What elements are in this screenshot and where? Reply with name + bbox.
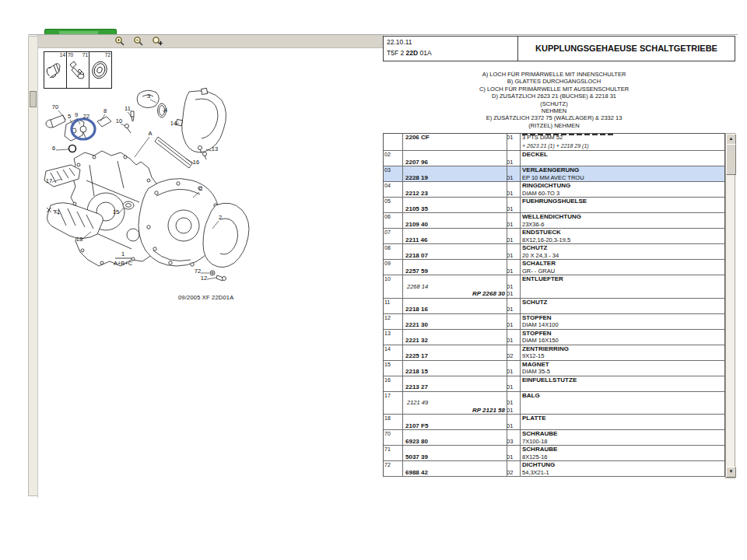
diagram-label-2[interactable]: 2 — [219, 214, 222, 221]
table-row[interactable]: 06WELLENDICHTUNG2109 400123X36-6 — [384, 213, 724, 229]
part-index: 08 — [384, 244, 402, 252]
part-qty: 01 — [507, 252, 520, 260]
zoom-pan-icon[interactable] — [152, 36, 163, 47]
diagram-label-4[interactable]: 4 — [164, 107, 167, 114]
thumbnail-14[interactable]: 14 — [44, 51, 67, 89]
parts-table: 2206 CF013 PTS DIAM 52+ 2623 21 (1) + 22… — [383, 133, 725, 477]
part-dims: GR- - GRAU — [520, 268, 724, 275]
diagram-label-18[interactable]: 18 — [76, 236, 82, 243]
part-name: SCHUTZ — [520, 244, 724, 252]
note-line: E) ZUSÄTZLICH 2372 75 (WÄLZLAGER) & 2332… — [383, 114, 725, 121]
diagram-label-15[interactable]: 15 — [113, 208, 119, 215]
diagram-label-6[interactable]: 6 — [52, 145, 55, 152]
part-dims: 20 X 24,3 - 34 — [520, 252, 724, 260]
part-ref: 2206 CF — [402, 134, 507, 142]
table-row[interactable]: 17BALG2121 4901RP 2121 5801 — [384, 392, 724, 415]
table-row[interactable]: 72DICHTUNG6988 420254,3X21-1 — [384, 461, 724, 477]
part-name: DICHTUNG — [520, 461, 724, 469]
table-row[interactable]: 09SCHALTER2257 5901GR- - GRAU — [384, 260, 724, 275]
part-ref: 2207 96 — [402, 159, 507, 166]
diagram-label-22[interactable]: 22 — [83, 113, 89, 120]
part-name: STOPFEN — [520, 330, 724, 338]
part-name: PLATTE — [520, 415, 724, 422]
part-name: VERLAENGERUNG — [520, 166, 724, 174]
part-index: 02 — [384, 151, 402, 159]
table-row[interactable]: 03VERLAENGERUNG2228 1901EP 10 MM AVEC TR… — [384, 166, 724, 182]
table-row[interactable]: 11SCHUTZ2218 1601 — [384, 299, 724, 314]
part-index: 04 — [384, 182, 402, 190]
table-row[interactable]: 18PLATTE2107 F501 — [384, 415, 724, 430]
diagram-label-11[interactable]: 11 — [124, 105, 131, 112]
part-qty: 01 — [507, 159, 520, 166]
diagram-label-14[interactable]: 14 — [170, 120, 177, 127]
diagram-label-72[interactable]: 72 — [195, 268, 201, 275]
diagram-label-70[interactable]: 70 — [52, 103, 58, 110]
diagram-label-C[interactable]: C — [198, 185, 203, 192]
scroll-down-button[interactable]: ▼ — [726, 467, 736, 478]
thumbnail-72[interactable]: 72 — [89, 51, 112, 89]
part-ref: 6988 42 — [402, 469, 507, 477]
part-index: 13 — [384, 330, 402, 338]
part-index: 14 — [384, 345, 402, 353]
note-line: A) LOCH FÜR PRIMÄRWELLE MIT INNENSCHULTE… — [383, 71, 725, 78]
table-row[interactable]: 08SCHUTZ2218 070120 X 24,3 - 34 — [384, 244, 724, 260]
part-name: DECKEL — [520, 151, 724, 159]
part-qty: 01 — [507, 337, 520, 345]
part-index: 72 — [384, 461, 402, 469]
table-row[interactable]: 71SCHRAUBE5037 39018X125-16 — [384, 446, 724, 461]
part-ref-rp: RP 2268 30 — [402, 290, 507, 298]
diagram-label-17[interactable]: 17 — [46, 177, 52, 184]
diagram-label-A[interactable]: A — [148, 130, 152, 137]
part-index: 18 — [384, 415, 402, 422]
notes-block: A) LOCH FÜR PRIMÄRWELLE MIT INNENSCHULTE… — [383, 61, 725, 129]
table-row[interactable]: 10ENTLUEFTER2268 1401RP 2268 3001 — [384, 275, 724, 299]
scrollbar-thumb[interactable] — [726, 144, 736, 175]
part-qty: 01 — [507, 306, 520, 313]
part-qty: 01 — [507, 134, 520, 142]
zoom-out-icon[interactable] — [133, 36, 144, 47]
thumbnail-70-71[interactable]: 70 71 — [66, 51, 89, 89]
diagram-caption: 09/2005 XF 22D01A — [178, 294, 233, 301]
diagram-label-13[interactable]: 13 — [212, 145, 218, 152]
table-row[interactable]: 15MAGNET2218 1501DIAM 35-5 — [384, 361, 724, 376]
table-row[interactable]: 13STOPFEN2221 3201DIAM 16X150 — [384, 330, 724, 345]
part-name: ZENTRIERRING — [520, 345, 724, 353]
part-ref: 2213 27 — [402, 383, 507, 391]
table-row[interactable]: 70SCHRAUBE6923 80037X100-18 — [384, 430, 724, 446]
table-row[interactable]: 2206 CF013 PTS DIAM 52+ 2623 21 (1) + 22… — [384, 134, 724, 151]
part-index: 05 — [384, 198, 402, 205]
diagram-label-16[interactable]: 16 — [193, 159, 199, 166]
part-index: 03 — [384, 166, 402, 174]
part-index: 06 — [384, 213, 402, 221]
table-row[interactable]: 12STOPFEN2221 3001DIAM 14X100 — [384, 314, 724, 330]
diagram-toolbar — [38, 35, 384, 48]
figure-code: T5F 2 22D 01A — [387, 49, 432, 57]
table-row[interactable]: 16EINFUELLSTUTZE2213 2701 — [384, 376, 724, 392]
part-ref: 2218 15 — [402, 368, 507, 376]
diagram-label-12[interactable]: 12 — [201, 275, 207, 282]
table-row[interactable]: 07ENDSTUECK2211 46018X12,16-20,3-19,5 — [384, 229, 724, 244]
page-title: KUPPLUNGSGEHAEUSE SCHALTGETRIEBE — [518, 44, 735, 53]
diagram-label-3[interactable]: 3 — [147, 93, 150, 100]
part-ref: 2218 16 — [402, 306, 507, 313]
part-dims: DIAM 60-TO 3 — [520, 190, 724, 198]
part-qty: 01 — [507, 174, 520, 182]
part-ref: 2109 40 — [402, 221, 507, 229]
diagram-label-9[interactable]: 9 — [75, 111, 78, 118]
note-line: (SCHUTZ) — [383, 100, 725, 107]
zoom-in-icon[interactable] — [114, 36, 125, 47]
diagram-label-10[interactable]: 10 — [116, 117, 122, 124]
part-dims: DIAM 14X100 — [520, 321, 724, 329]
table-row[interactable]: 05FUEHRUNGSHUELSE2105 3501 — [384, 198, 724, 213]
diagram-label-71[interactable]: 71 — [54, 208, 60, 215]
diagram-label-8[interactable]: 8 — [103, 107, 107, 114]
table-scrollbar[interactable]: ▲ ▼ — [725, 133, 735, 478]
left-scrollbar-thumb[interactable] — [30, 91, 37, 107]
table-row[interactable]: 02DECKEL2207 9601 — [384, 151, 724, 166]
table-row[interactable]: 14ZENTRIERRING2225 17029X12-15 — [384, 345, 724, 361]
diagram-label-5[interactable]: 5 — [68, 113, 71, 120]
scroll-up-button[interactable]: ▲ — [726, 134, 736, 145]
part-qty: 01 — [507, 321, 520, 329]
table-row[interactable]: 04RINGDICHTUNG2212 2301DIAM 60-TO 3 — [384, 182, 724, 198]
part-qty: 01 — [507, 407, 520, 415]
